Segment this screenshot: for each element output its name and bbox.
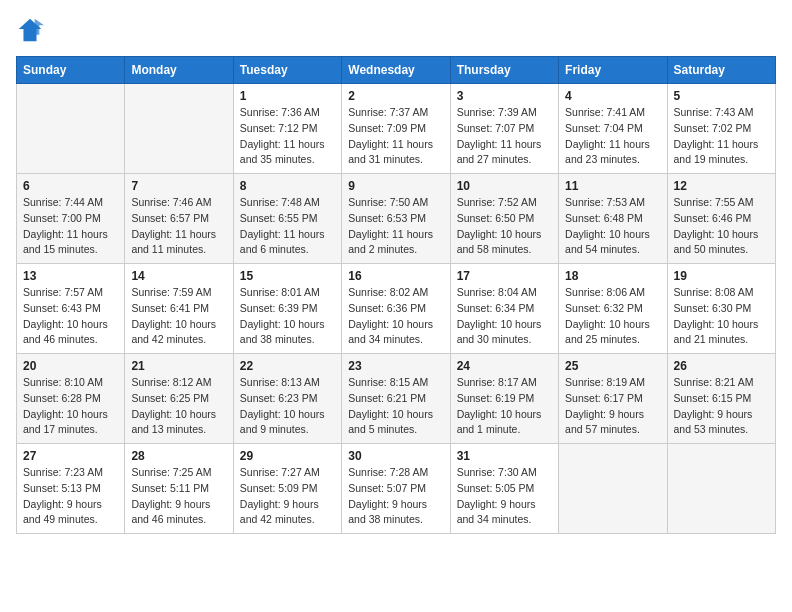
calendar-cell: 8Sunrise: 7:48 AM Sunset: 6:55 PM Daylig… bbox=[233, 174, 341, 264]
calendar-cell: 26Sunrise: 8:21 AM Sunset: 6:15 PM Dayli… bbox=[667, 354, 775, 444]
day-number: 14 bbox=[131, 269, 226, 283]
calendar-cell: 7Sunrise: 7:46 AM Sunset: 6:57 PM Daylig… bbox=[125, 174, 233, 264]
day-info: Sunrise: 7:53 AM Sunset: 6:48 PM Dayligh… bbox=[565, 195, 660, 258]
day-number: 7 bbox=[131, 179, 226, 193]
day-info: Sunrise: 7:46 AM Sunset: 6:57 PM Dayligh… bbox=[131, 195, 226, 258]
day-info: Sunrise: 7:37 AM Sunset: 7:09 PM Dayligh… bbox=[348, 105, 443, 168]
day-header-saturday: Saturday bbox=[667, 57, 775, 84]
day-number: 12 bbox=[674, 179, 769, 193]
day-number: 1 bbox=[240, 89, 335, 103]
page-header bbox=[16, 16, 776, 44]
calendar-cell: 30Sunrise: 7:28 AM Sunset: 5:07 PM Dayli… bbox=[342, 444, 450, 534]
calendar-week-row: 13Sunrise: 7:57 AM Sunset: 6:43 PM Dayli… bbox=[17, 264, 776, 354]
day-header-monday: Monday bbox=[125, 57, 233, 84]
day-info: Sunrise: 8:21 AM Sunset: 6:15 PM Dayligh… bbox=[674, 375, 769, 438]
day-number: 10 bbox=[457, 179, 552, 193]
calendar-table: SundayMondayTuesdayWednesdayThursdayFrid… bbox=[16, 56, 776, 534]
day-number: 30 bbox=[348, 449, 443, 463]
day-info: Sunrise: 7:25 AM Sunset: 5:11 PM Dayligh… bbox=[131, 465, 226, 528]
day-number: 13 bbox=[23, 269, 118, 283]
day-number: 17 bbox=[457, 269, 552, 283]
day-info: Sunrise: 7:50 AM Sunset: 6:53 PM Dayligh… bbox=[348, 195, 443, 258]
calendar-cell: 23Sunrise: 8:15 AM Sunset: 6:21 PM Dayli… bbox=[342, 354, 450, 444]
day-info: Sunrise: 7:39 AM Sunset: 7:07 PM Dayligh… bbox=[457, 105, 552, 168]
calendar-cell: 16Sunrise: 8:02 AM Sunset: 6:36 PM Dayli… bbox=[342, 264, 450, 354]
day-info: Sunrise: 7:55 AM Sunset: 6:46 PM Dayligh… bbox=[674, 195, 769, 258]
calendar-cell: 15Sunrise: 8:01 AM Sunset: 6:39 PM Dayli… bbox=[233, 264, 341, 354]
day-number: 11 bbox=[565, 179, 660, 193]
calendar-cell bbox=[559, 444, 667, 534]
day-info: Sunrise: 7:23 AM Sunset: 5:13 PM Dayligh… bbox=[23, 465, 118, 528]
day-info: Sunrise: 8:08 AM Sunset: 6:30 PM Dayligh… bbox=[674, 285, 769, 348]
day-number: 26 bbox=[674, 359, 769, 373]
day-number: 5 bbox=[674, 89, 769, 103]
calendar-cell bbox=[667, 444, 775, 534]
day-info: Sunrise: 8:15 AM Sunset: 6:21 PM Dayligh… bbox=[348, 375, 443, 438]
day-number: 2 bbox=[348, 89, 443, 103]
calendar-cell: 10Sunrise: 7:52 AM Sunset: 6:50 PM Dayli… bbox=[450, 174, 558, 264]
calendar-cell bbox=[17, 84, 125, 174]
day-info: Sunrise: 8:12 AM Sunset: 6:25 PM Dayligh… bbox=[131, 375, 226, 438]
day-info: Sunrise: 8:04 AM Sunset: 6:34 PM Dayligh… bbox=[457, 285, 552, 348]
calendar-cell: 14Sunrise: 7:59 AM Sunset: 6:41 PM Dayli… bbox=[125, 264, 233, 354]
day-info: Sunrise: 7:43 AM Sunset: 7:02 PM Dayligh… bbox=[674, 105, 769, 168]
day-number: 31 bbox=[457, 449, 552, 463]
calendar-cell: 28Sunrise: 7:25 AM Sunset: 5:11 PM Dayli… bbox=[125, 444, 233, 534]
day-info: Sunrise: 7:44 AM Sunset: 7:00 PM Dayligh… bbox=[23, 195, 118, 258]
calendar-cell: 17Sunrise: 8:04 AM Sunset: 6:34 PM Dayli… bbox=[450, 264, 558, 354]
calendar-cell: 22Sunrise: 8:13 AM Sunset: 6:23 PM Dayli… bbox=[233, 354, 341, 444]
day-number: 8 bbox=[240, 179, 335, 193]
calendar-cell: 12Sunrise: 7:55 AM Sunset: 6:46 PM Dayli… bbox=[667, 174, 775, 264]
calendar-week-row: 6Sunrise: 7:44 AM Sunset: 7:00 PM Daylig… bbox=[17, 174, 776, 264]
day-header-friday: Friday bbox=[559, 57, 667, 84]
day-number: 22 bbox=[240, 359, 335, 373]
calendar-cell: 5Sunrise: 7:43 AM Sunset: 7:02 PM Daylig… bbox=[667, 84, 775, 174]
calendar-week-row: 27Sunrise: 7:23 AM Sunset: 5:13 PM Dayli… bbox=[17, 444, 776, 534]
day-number: 29 bbox=[240, 449, 335, 463]
day-number: 20 bbox=[23, 359, 118, 373]
day-info: Sunrise: 8:02 AM Sunset: 6:36 PM Dayligh… bbox=[348, 285, 443, 348]
day-info: Sunrise: 7:41 AM Sunset: 7:04 PM Dayligh… bbox=[565, 105, 660, 168]
logo bbox=[16, 16, 48, 44]
day-header-sunday: Sunday bbox=[17, 57, 125, 84]
day-header-tuesday: Tuesday bbox=[233, 57, 341, 84]
calendar-cell: 31Sunrise: 7:30 AM Sunset: 5:05 PM Dayli… bbox=[450, 444, 558, 534]
calendar-cell: 27Sunrise: 7:23 AM Sunset: 5:13 PM Dayli… bbox=[17, 444, 125, 534]
logo-icon bbox=[16, 16, 44, 44]
day-number: 24 bbox=[457, 359, 552, 373]
day-info: Sunrise: 7:27 AM Sunset: 5:09 PM Dayligh… bbox=[240, 465, 335, 528]
calendar-cell: 21Sunrise: 8:12 AM Sunset: 6:25 PM Dayli… bbox=[125, 354, 233, 444]
calendar-cell: 20Sunrise: 8:10 AM Sunset: 6:28 PM Dayli… bbox=[17, 354, 125, 444]
day-info: Sunrise: 8:01 AM Sunset: 6:39 PM Dayligh… bbox=[240, 285, 335, 348]
calendar-cell: 13Sunrise: 7:57 AM Sunset: 6:43 PM Dayli… bbox=[17, 264, 125, 354]
day-number: 18 bbox=[565, 269, 660, 283]
day-info: Sunrise: 7:59 AM Sunset: 6:41 PM Dayligh… bbox=[131, 285, 226, 348]
day-number: 16 bbox=[348, 269, 443, 283]
day-number: 3 bbox=[457, 89, 552, 103]
day-number: 6 bbox=[23, 179, 118, 193]
calendar-cell: 2Sunrise: 7:37 AM Sunset: 7:09 PM Daylig… bbox=[342, 84, 450, 174]
calendar-cell: 19Sunrise: 8:08 AM Sunset: 6:30 PM Dayli… bbox=[667, 264, 775, 354]
calendar-cell: 29Sunrise: 7:27 AM Sunset: 5:09 PM Dayli… bbox=[233, 444, 341, 534]
day-info: Sunrise: 7:30 AM Sunset: 5:05 PM Dayligh… bbox=[457, 465, 552, 528]
calendar-cell: 9Sunrise: 7:50 AM Sunset: 6:53 PM Daylig… bbox=[342, 174, 450, 264]
day-header-thursday: Thursday bbox=[450, 57, 558, 84]
day-number: 25 bbox=[565, 359, 660, 373]
day-number: 4 bbox=[565, 89, 660, 103]
svg-marker-1 bbox=[35, 19, 44, 35]
day-info: Sunrise: 8:10 AM Sunset: 6:28 PM Dayligh… bbox=[23, 375, 118, 438]
day-info: Sunrise: 8:06 AM Sunset: 6:32 PM Dayligh… bbox=[565, 285, 660, 348]
day-number: 15 bbox=[240, 269, 335, 283]
day-info: Sunrise: 8:19 AM Sunset: 6:17 PM Dayligh… bbox=[565, 375, 660, 438]
calendar-cell: 11Sunrise: 7:53 AM Sunset: 6:48 PM Dayli… bbox=[559, 174, 667, 264]
day-number: 23 bbox=[348, 359, 443, 373]
day-info: Sunrise: 7:36 AM Sunset: 7:12 PM Dayligh… bbox=[240, 105, 335, 168]
calendar-week-row: 1Sunrise: 7:36 AM Sunset: 7:12 PM Daylig… bbox=[17, 84, 776, 174]
calendar-cell: 24Sunrise: 8:17 AM Sunset: 6:19 PM Dayli… bbox=[450, 354, 558, 444]
day-number: 9 bbox=[348, 179, 443, 193]
calendar-week-row: 20Sunrise: 8:10 AM Sunset: 6:28 PM Dayli… bbox=[17, 354, 776, 444]
calendar-cell bbox=[125, 84, 233, 174]
day-info: Sunrise: 7:57 AM Sunset: 6:43 PM Dayligh… bbox=[23, 285, 118, 348]
calendar-cell: 6Sunrise: 7:44 AM Sunset: 7:00 PM Daylig… bbox=[17, 174, 125, 264]
days-header-row: SundayMondayTuesdayWednesdayThursdayFrid… bbox=[17, 57, 776, 84]
